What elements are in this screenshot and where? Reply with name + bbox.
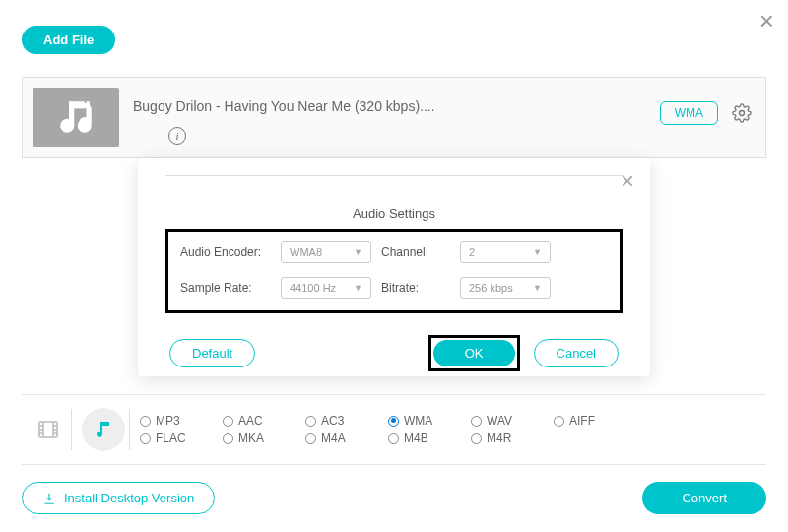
gear-icon[interactable] xyxy=(732,103,752,123)
radio-icon xyxy=(305,416,316,427)
chevron-down-icon: ▼ xyxy=(354,277,362,299)
format-label: FLAC xyxy=(156,432,186,445)
format-label: M4R xyxy=(487,432,511,445)
film-icon xyxy=(36,418,60,441)
format-option-m4b[interactable]: M4B xyxy=(388,432,447,445)
svg-point-2 xyxy=(740,111,745,116)
format-label: WMA xyxy=(404,414,432,428)
radio-icon xyxy=(388,433,399,444)
format-option-flac[interactable]: FLAC xyxy=(140,432,199,445)
file-title: Bugoy Drilon - Having You Near Me (320 k… xyxy=(133,99,435,114)
sample-rate-label: Sample Rate: xyxy=(180,281,271,295)
chevron-down-icon: ▼ xyxy=(533,277,542,299)
format-label: M4B xyxy=(404,432,428,445)
radio-icon xyxy=(388,416,399,427)
chevron-down-icon: ▼ xyxy=(533,241,542,263)
install-desktop-button[interactable]: Install Desktop Version xyxy=(22,482,215,514)
radio-icon xyxy=(554,416,564,427)
format-label: MP3 xyxy=(156,414,180,428)
format-label: AC3 xyxy=(321,414,344,428)
chevron-down-icon: ▼ xyxy=(354,241,362,263)
format-label: AIFF xyxy=(569,414,595,428)
download-icon xyxy=(42,492,56,505)
format-label: WAV xyxy=(487,414,512,428)
format-label: MKA xyxy=(238,432,264,445)
format-option-mka[interactable]: MKA xyxy=(223,432,282,445)
radio-icon xyxy=(140,433,151,444)
format-label: AAC xyxy=(238,414,263,428)
cancel-button[interactable]: Cancel xyxy=(534,339,619,367)
format-option-ac3[interactable]: AC3 xyxy=(305,414,364,428)
radio-icon xyxy=(223,433,233,444)
bitrate-select[interactable]: 256 kbps▼ xyxy=(460,277,551,299)
close-icon[interactable]: × xyxy=(759,6,774,36)
video-mode-button[interactable] xyxy=(30,411,67,448)
audio-mode-button[interactable] xyxy=(82,408,125,451)
radio-icon xyxy=(223,416,233,427)
music-icon xyxy=(92,418,115,441)
sample-rate-select[interactable]: 44100 Hz▼ xyxy=(281,277,371,299)
info-icon[interactable]: i xyxy=(168,127,186,145)
bitrate-label: Bitrate: xyxy=(381,281,450,295)
dialog-close-icon[interactable]: × xyxy=(621,167,634,195)
encoder-label: Audio Encoder: xyxy=(180,245,271,259)
convert-button[interactable]: Convert xyxy=(642,482,766,514)
encoder-select[interactable]: WMA8▼ xyxy=(281,241,371,263)
ok-button[interactable]: OK xyxy=(433,340,515,366)
add-file-button[interactable]: Add File xyxy=(22,26,115,54)
format-option-mp3[interactable]: MP3 xyxy=(140,414,199,428)
format-option-aac[interactable]: AAC xyxy=(223,414,282,428)
format-option-aiff[interactable]: AIFF xyxy=(554,414,613,428)
file-row: Bugoy Drilon - Having You Near Me (320 k… xyxy=(22,77,766,158)
format-chip[interactable]: WMA xyxy=(660,101,718,125)
radio-icon xyxy=(305,433,316,444)
channel-label: Channel: xyxy=(381,245,450,259)
format-option-m4a[interactable]: M4A xyxy=(305,432,364,445)
default-button[interactable]: Default xyxy=(169,339,255,367)
ok-highlight-box: OK xyxy=(428,335,520,371)
format-option-m4r[interactable]: M4R xyxy=(471,432,530,445)
radio-icon xyxy=(140,416,151,427)
radio-icon xyxy=(471,433,482,444)
file-thumbnail xyxy=(33,88,119,147)
audio-settings-dialog: × Audio Settings Audio Encoder: WMA8▼ Ch… xyxy=(138,158,650,376)
channel-select[interactable]: 2▼ xyxy=(460,241,551,263)
format-selector-row: MP3AACAC3WMAWAVAIFFFLACMKAM4AM4BM4R xyxy=(22,394,766,465)
format-label: M4A xyxy=(321,432,346,445)
format-option-wav[interactable]: WAV xyxy=(471,414,530,428)
settings-highlight-box: Audio Encoder: WMA8▼ Channel: 2▼ Sample … xyxy=(165,229,623,313)
format-option-wma[interactable]: WMA xyxy=(388,414,447,428)
music-note-icon xyxy=(55,97,97,138)
dialog-title: Audio Settings xyxy=(165,206,623,221)
radio-icon xyxy=(471,416,482,427)
